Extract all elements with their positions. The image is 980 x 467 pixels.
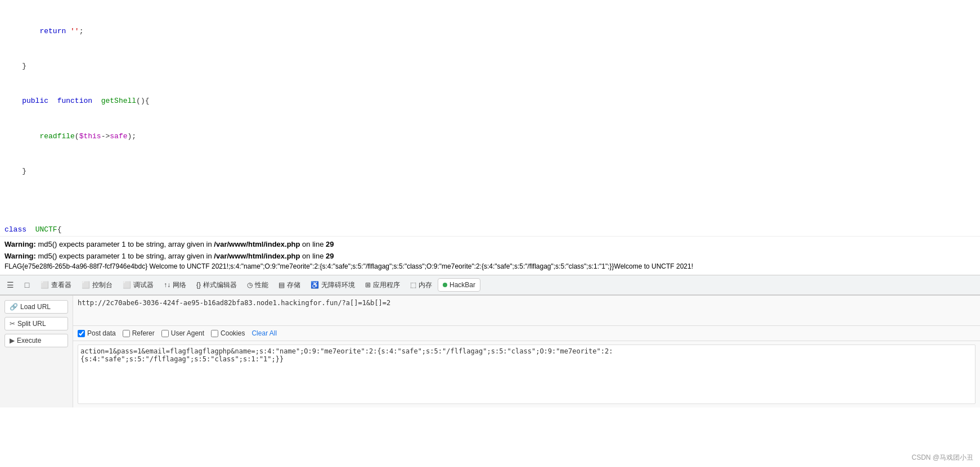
warning-lineno-2: 29 xyxy=(326,252,334,260)
inspector-label: 查看器 xyxy=(51,280,71,290)
referer-option[interactable]: Referer xyxy=(123,329,155,337)
tab-storage[interactable]: ▤ 存储 xyxy=(274,278,305,292)
warning-path-1: /var/www/html/index.php xyxy=(214,240,300,248)
performance-label: 性能 xyxy=(255,280,268,290)
referer-label: Referer xyxy=(132,329,155,337)
warning-path-2: /var/www/html/index.php xyxy=(214,252,300,260)
warning-label-1: Warning: xyxy=(5,240,36,248)
application-icon: ⊞ xyxy=(365,281,371,289)
url-bar: http://2c70abe6-3036-424f-ae95-b16ad82bf… xyxy=(73,296,980,326)
warning-label-2: Warning: xyxy=(5,252,36,260)
clear-all-label: Clear All xyxy=(251,329,277,337)
post-data-option[interactable]: Post data xyxy=(78,329,116,337)
console-label: 控制台 xyxy=(92,280,113,290)
warning-suffix-2: on line xyxy=(302,252,326,260)
devtools-window-btn[interactable]: □ xyxy=(19,277,35,293)
console-icon: ⬜ xyxy=(82,281,90,289)
tab-network[interactable]: ↑↓ 网络 xyxy=(159,278,191,292)
memory-icon: ⬚ xyxy=(410,281,416,289)
split-url-label: Split URL xyxy=(17,320,46,328)
warning-text-2: md5() expects parameter 1 to be string, … xyxy=(38,252,214,260)
style-editor-icon: {} xyxy=(196,281,201,289)
tab-memory[interactable]: ⬚ 内存 xyxy=(406,278,437,292)
debugger-label: 调试器 xyxy=(133,280,154,290)
devtools-tab-bar: ☰ □ ⬜ 查看器 ⬜ 控制台 ⬜ 调试器 ↑↓ 网络 {} 样式编辑器 ◷ 性… xyxy=(0,275,980,295)
flag-line: FLAG{e75e28f6-265b-4a96-88f7-fcf7946e4bd… xyxy=(5,262,975,270)
execute-label: Execute xyxy=(17,337,41,344)
tab-performance[interactable]: ◷ 性能 xyxy=(242,278,273,292)
post-data-label: Post data xyxy=(87,329,116,337)
cookies-option[interactable]: Cookies xyxy=(211,329,245,337)
hackbar-sidebar: 🔗 Load URL ✂ Split URL ▶ Execute xyxy=(0,296,73,407)
user-agent-label: User Agent xyxy=(171,329,204,337)
hackbar-panel: 🔗 Load URL ✂ Split URL ▶ Execute http://… xyxy=(0,295,980,407)
cookies-checkbox[interactable] xyxy=(211,330,218,337)
tab-accessibility[interactable]: ♿ 无障碍环境 xyxy=(306,278,359,292)
referer-checkbox[interactable] xyxy=(123,330,130,337)
hackbar-label: HackBar xyxy=(449,281,475,289)
post-data-area: action=1&pass=1&email=flagflagflagphp&na… xyxy=(73,341,980,407)
tab-hackbar[interactable]: HackBar xyxy=(438,278,480,292)
warning-text-1: md5() expects parameter 1 to be string, … xyxy=(38,240,214,248)
load-url-label: Load URL xyxy=(20,303,51,311)
post-data-checkbox[interactable] xyxy=(78,330,85,337)
options-bar: Post data Referer User Agent Cookies Cle… xyxy=(73,326,980,341)
network-icon: ↑↓ xyxy=(164,281,170,289)
tab-debugger[interactable]: ⬜ 调试器 xyxy=(118,278,158,292)
style-editor-label: 样式编辑器 xyxy=(203,280,237,290)
user-agent-option[interactable]: User Agent xyxy=(161,329,204,337)
user-agent-checkbox[interactable] xyxy=(161,330,169,337)
hackbar-dot-icon xyxy=(443,283,447,287)
tab-style-editor[interactable]: {} 样式编辑器 xyxy=(192,278,241,292)
network-label: 网络 xyxy=(173,280,186,290)
debugger-icon: ⬜ xyxy=(123,281,131,289)
tab-application[interactable]: ⊞ 应用程序 xyxy=(361,278,404,292)
load-url-icon: 🔗 xyxy=(10,303,18,311)
storage-label: 存储 xyxy=(287,280,300,290)
load-url-button[interactable]: 🔗 Load URL xyxy=(5,300,68,314)
execute-icon: ▶ xyxy=(10,337,15,344)
performance-icon: ◷ xyxy=(247,281,253,289)
post-data-textarea[interactable]: action=1&pass=1&email=flagflagflagphp&na… xyxy=(78,344,975,404)
hackbar-main: http://2c70abe6-3036-424f-ae95-b16ad82bf… xyxy=(73,296,980,407)
split-url-button[interactable]: ✂ Split URL xyxy=(5,317,68,330)
application-label: 应用程序 xyxy=(373,280,400,290)
execute-button[interactable]: ▶ Execute xyxy=(5,334,68,347)
devtools-menu-btn[interactable]: ☰ xyxy=(2,277,18,293)
tab-console[interactable]: ⬜ 控制台 xyxy=(77,278,117,292)
warning-suffix-1: on line xyxy=(302,240,326,248)
accessibility-icon: ♿ xyxy=(311,281,319,289)
inspector-icon: ⬜ xyxy=(41,281,49,289)
tab-inspector[interactable]: ⬜ 查看器 xyxy=(36,278,76,292)
storage-icon: ▤ xyxy=(278,281,285,289)
warning-area: Warning: md5() expects parameter 1 to be… xyxy=(0,236,980,275)
warning-lineno-1: 29 xyxy=(326,240,334,248)
cookies-label: Cookies xyxy=(221,329,245,337)
split-url-icon: ✂ xyxy=(10,320,15,328)
url-input[interactable]: http://2c70abe6-3036-424f-ae95-b16ad82bf… xyxy=(78,299,975,320)
memory-label: 内存 xyxy=(419,280,432,290)
accessibility-label: 无障碍环境 xyxy=(321,280,355,290)
code-editor: return ''; } public function getShell(){… xyxy=(0,0,980,236)
clear-all-button[interactable]: Clear All xyxy=(251,329,277,337)
